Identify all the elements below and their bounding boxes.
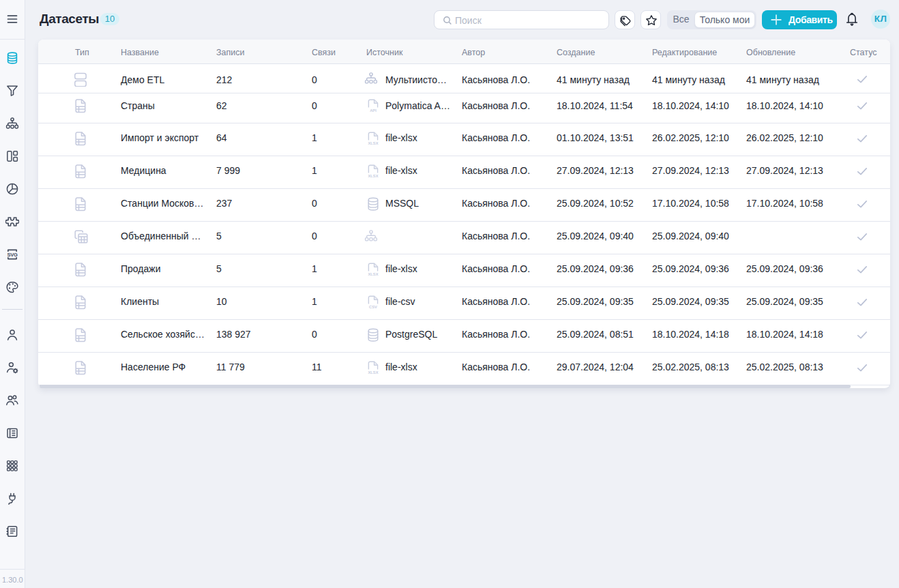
svg-text:CSV: CSV xyxy=(369,305,377,309)
svg-text:XLSX: XLSX xyxy=(368,141,378,145)
svg-text:API: API xyxy=(370,108,377,113)
svg-text:XLSX: XLSX xyxy=(368,370,378,374)
svg-text:XLSX: XLSX xyxy=(368,272,378,276)
svg-text:XLSX: XLSX xyxy=(368,174,378,178)
svg-text:SVG: SVG xyxy=(8,252,18,258)
